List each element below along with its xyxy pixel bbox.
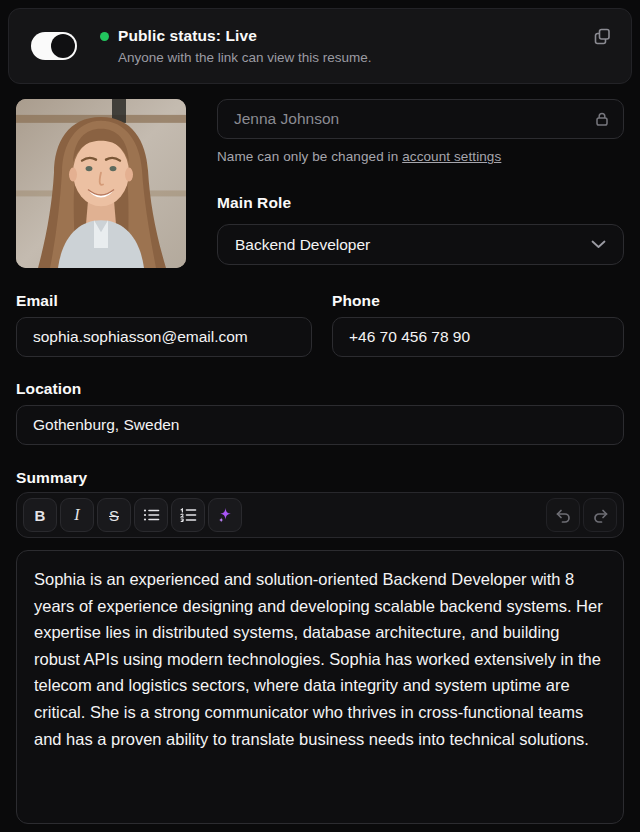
- main-role-value: Backend Developer: [235, 236, 370, 254]
- undo-icon: [555, 508, 572, 523]
- italic-icon: I: [74, 506, 79, 524]
- location-group: Location: [16, 380, 624, 445]
- ai-sparkle-icon: [216, 506, 234, 524]
- italic-button[interactable]: I: [60, 498, 94, 532]
- phone-label: Phone: [332, 292, 624, 310]
- location-field[interactable]: [16, 405, 624, 445]
- name-helper-prefix: Name can only be changed in: [217, 149, 402, 164]
- email-field[interactable]: [16, 317, 312, 357]
- summary-toolbar: B I S: [16, 492, 624, 538]
- name-field-value: Jenna Johnson: [234, 110, 339, 128]
- ordered-list-button[interactable]: [171, 498, 205, 532]
- bold-icon: B: [35, 507, 46, 524]
- main-role-select[interactable]: Backend Developer: [217, 224, 624, 265]
- contact-row: Email Phone: [16, 292, 624, 357]
- public-status-card: Public status: Live Anyone with the link…: [8, 8, 632, 84]
- redo-button[interactable]: [583, 498, 617, 532]
- lock-icon: [594, 111, 610, 127]
- summary-label: Summary: [16, 469, 624, 487]
- undo-button[interactable]: [546, 498, 580, 532]
- live-status-dot-icon: [100, 32, 109, 41]
- public-status-toggle[interactable]: [31, 32, 77, 60]
- profile-row: Jenna Johnson Name can only be changed i…: [16, 99, 624, 268]
- name-field: Jenna Johnson: [217, 99, 624, 139]
- bullet-list-button[interactable]: [134, 498, 168, 532]
- profile-right-column: Jenna Johnson Name can only be changed i…: [217, 99, 624, 268]
- phone-group: Phone: [332, 292, 624, 357]
- status-text-block: Public status: Live Anyone with the link…: [100, 27, 372, 65]
- strikethrough-icon: S: [109, 507, 119, 524]
- phone-field[interactable]: [332, 317, 624, 357]
- copy-link-button[interactable]: [589, 23, 615, 49]
- profile-photo: [16, 99, 186, 268]
- account-settings-link[interactable]: account settings: [402, 149, 501, 164]
- toggle-knob: [51, 34, 75, 58]
- main-role-label: Main Role: [217, 194, 624, 212]
- status-title: Public status: Live: [118, 27, 257, 45]
- ordered-list-icon: [180, 508, 197, 522]
- summary-textarea[interactable]: Sophia is an experienced and solution-or…: [16, 550, 624, 824]
- ai-assist-button[interactable]: [208, 498, 242, 532]
- status-subtitle: Anyone with the link can view this resum…: [118, 50, 372, 65]
- location-label: Location: [16, 380, 624, 398]
- bullet-list-icon: [143, 508, 160, 522]
- redo-icon: [592, 508, 609, 523]
- copy-icon: [593, 27, 612, 46]
- name-helper-text: Name can only be changed in account sett…: [217, 149, 624, 164]
- email-group: Email: [16, 292, 312, 357]
- email-label: Email: [16, 292, 312, 310]
- bold-button[interactable]: B: [23, 498, 57, 532]
- strikethrough-button[interactable]: S: [97, 498, 131, 532]
- chevron-down-icon: [591, 240, 606, 249]
